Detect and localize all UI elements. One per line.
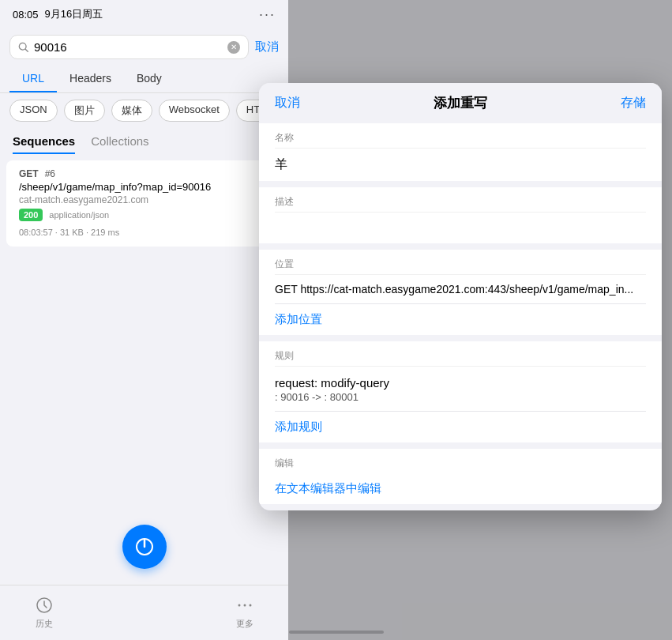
request-top: GET #6 [19,168,269,179]
request-timing: 08:03:57 · 31 KB · 219 ms [19,228,119,237]
add-rewrite-modal: 取消 添加重写 存储 名称 羊 描述 位置 GET https://cat-ma… [259,83,662,510]
modal-edit-section: 编辑 在文本编辑器中编辑 [259,449,662,504]
desc-label: 描述 [275,187,646,212]
request-meta: 200 application/json [19,209,269,221]
add-location-button[interactable]: 添加位置 [275,304,646,335]
location-field[interactable]: GET https://cat-match.easygame2021.com:4… [275,274,646,303]
add-rule-button[interactable]: 添加规则 [275,412,646,442]
request-id: #6 [45,168,55,179]
open-text-editor-button[interactable]: 在文本编辑器中编辑 [275,473,646,504]
search-icon [18,42,29,53]
more-icon: ··· [259,6,276,23]
chip-media[interactable]: 媒体 [111,100,152,122]
status-time: 08:05 [13,9,39,21]
rules-label: 规则 [275,341,646,366]
tab-sequences[interactable]: Sequences [13,134,75,154]
modal-desc-section: 描述 [259,187,662,243]
rule-main: request: modify-query [275,375,646,391]
modal-name-section: 名称 羊 [259,123,662,181]
tab-url[interactable]: URL [9,66,57,92]
bottom-nav: 历史 更多 [0,585,288,640]
modal-location-section: 位置 GET https://cat-match.easygame2021.co… [259,250,662,335]
search-clear-button[interactable]: ✕ [227,41,240,54]
tab-headers[interactable]: Headers [57,66,124,92]
modal-title: 添加重写 [434,94,487,112]
search-input-wrap[interactable]: 90016 ✕ [9,35,249,59]
modal-header: 取消 添加重写 存储 [259,83,662,123]
svg-point-5 [238,604,240,607]
nav-history[interactable]: 历史 [35,596,54,630]
modal-cancel-button[interactable]: 取消 [275,95,300,111]
name-label: 名称 [275,123,646,148]
status-badge: 200 [19,209,43,221]
filter-bar: JSON 图片 媒体 Websocket HT [0,93,288,128]
tab-body[interactable]: Body [124,66,175,92]
status-date: 9月16日周五 [45,7,103,21]
search-cancel-button[interactable]: 取消 [255,40,279,55]
location-label: 位置 [275,250,646,274]
status-bar: 08:05 9月16日周五 ··· [0,0,288,28]
modal-save-button[interactable]: 存储 [621,95,646,111]
clock-icon [35,596,54,615]
search-bar: 90016 ✕ 取消 [0,28,288,66]
ellipsis-icon [235,596,254,615]
power-icon [134,536,155,557]
main-tab-bar: URL Headers Body [0,66,288,93]
search-value: 90016 [34,40,223,54]
svg-point-7 [249,604,251,607]
rule-entry[interactable]: request: modify-query : 90016 -> : 80001 [275,366,646,411]
nav-history-label: 历史 [36,618,53,630]
request-item[interactable]: GET #6 /sheep/v1/game/map_info?map_id=90… [6,160,282,247]
tab-collections[interactable]: Collections [91,134,148,154]
request-host: cat-match.easygame2021.com [19,194,269,205]
nav-more-label: 更多 [236,618,253,630]
svg-line-1 [25,49,28,51]
modal-rules-section: 规则 request: modify-query : 90016 -> : 80… [259,341,662,442]
desc-field[interactable] [275,212,646,243]
request-path: /sheep/v1/game/map_info?map_id=90016 [19,181,269,193]
edit-label: 编辑 [275,449,646,473]
chip-json[interactable]: JSON [9,100,58,122]
content-type: application/json [49,210,109,220]
left-panel: 08:05 9月16日周五 ··· 90016 ✕ 取消 URL Headers… [0,0,288,640]
power-button-wrap [122,525,167,569]
rule-sub: : 90016 -> : 80001 [275,391,646,403]
home-indicator [289,631,384,634]
chip-image[interactable]: 图片 [64,100,105,122]
sub-tab-bar: Sequences Collections [0,128,288,154]
chip-websocket[interactable]: Websocket [159,100,230,122]
request-method: GET [19,168,39,179]
svg-point-6 [243,604,246,607]
name-field[interactable]: 羊 [275,148,646,181]
power-button[interactable] [122,525,167,569]
nav-more[interactable]: 更多 [235,596,254,630]
